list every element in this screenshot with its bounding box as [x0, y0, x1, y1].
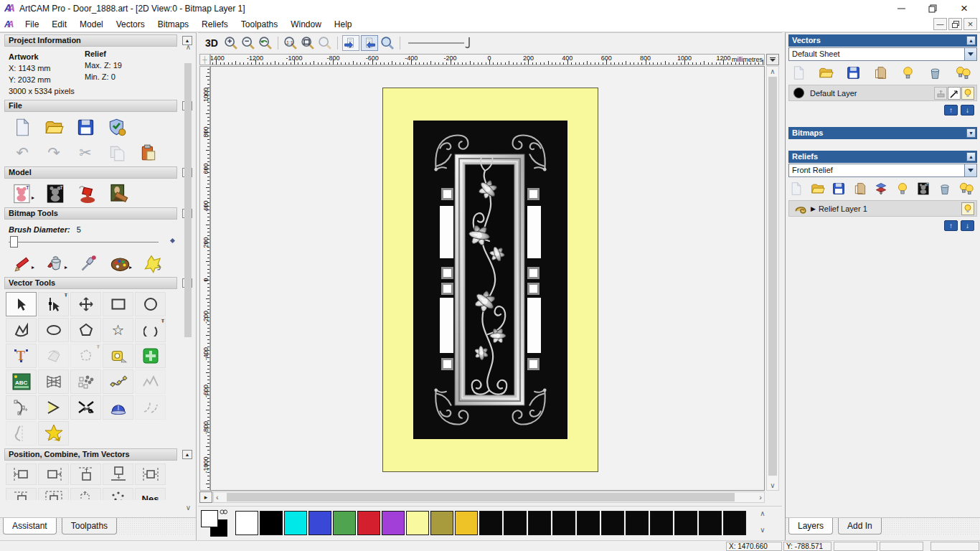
menu-item-vectors[interactable]: Vectors [110, 17, 151, 32]
menu-item-edit[interactable]: Edit [45, 17, 73, 32]
center-horizontal-tool[interactable] [135, 463, 166, 485]
expand-bitmaps-panel-button[interactable]: ▼ [966, 128, 976, 138]
menu-item-bitmaps[interactable]: Bitmaps [151, 17, 195, 32]
palette-swatch-20[interactable] [723, 511, 746, 535]
restore-button[interactable] [917, 0, 948, 17]
nesting-tool[interactable]: Nes [135, 488, 166, 500]
select-vectors-tool[interactable] [6, 292, 37, 316]
drawing-viewport[interactable] [210, 66, 765, 491]
tab-toolpaths[interactable]: Toolpaths [62, 518, 117, 534]
tab-add-in[interactable]: Add In [838, 518, 882, 534]
brush-diameter-slider[interactable] [9, 235, 187, 250]
ruler-units-dropdown[interactable] [766, 54, 779, 65]
delete-relief-layer-icon[interactable] [938, 182, 952, 196]
align-bottom-tool[interactable] [103, 463, 133, 485]
combine-relief-layers-icon[interactable] [874, 182, 888, 196]
fit-vectors-to-curves-tool[interactable] [135, 369, 166, 394]
palette-swatch-17[interactable] [650, 511, 673, 535]
dropdown-arrow-icon[interactable] [964, 164, 976, 176]
palette-swatch-8[interactable] [430, 511, 453, 535]
scroll-up-icon[interactable]: ∧ [182, 43, 194, 51]
align-right-tool[interactable] [38, 463, 69, 485]
primary-secondary-colour-selector[interactable] [201, 510, 230, 537]
zoom-to-object-icon[interactable] [299, 35, 316, 51]
layer-visibility-button[interactable] [961, 87, 974, 100]
relief-layer-row[interactable]: ▶ Relief Layer 1 [788, 200, 977, 217]
assistant-scrollbar[interactable]: ∧ ∨ [182, 43, 194, 512]
palette-swatch-18[interactable] [674, 511, 697, 535]
dropdown-arrow-icon[interactable] [964, 48, 976, 60]
palette-swatch-0[interactable] [235, 511, 258, 535]
create-text-tool[interactable]: T [6, 344, 37, 368]
new-model-icon[interactable] [10, 116, 34, 138]
layer-colour-swatch[interactable] [793, 88, 804, 98]
toggle-all-reliefs-icon[interactable] [958, 181, 974, 197]
palette-swatch-9[interactable] [455, 511, 478, 535]
zoom-previous-icon[interactable] [257, 35, 274, 51]
merge-vector-layers-icon[interactable] [873, 65, 888, 80]
paste-icon[interactable] [105, 142, 129, 164]
link-colours-icon[interactable] [220, 509, 228, 515]
relief-opacity-slider[interactable] [408, 36, 474, 50]
palette-swatch-1[interactable] [260, 511, 283, 535]
paste-along-curve-tool[interactable] [103, 369, 133, 394]
vector-layer-row[interactable]: Default Layer [788, 85, 977, 101]
create-polyline-tool[interactable] [6, 318, 37, 342]
palette-swatch-19[interactable] [699, 511, 722, 535]
toggle-all-layers-icon[interactable] [955, 65, 971, 81]
zoom-in-icon[interactable] [222, 35, 240, 51]
create-polygon-tool[interactable] [70, 318, 101, 342]
measure-tool[interactable] [103, 344, 133, 368]
model-properties-icon[interactable] [105, 116, 129, 138]
menu-item-model[interactable]: Model [73, 17, 110, 32]
zoom-1to1-icon[interactable]: 1:1 [282, 35, 299, 51]
vertical-scrollbar[interactable]: ∧ ∨ [766, 66, 779, 491]
align-left-tool[interactable] [6, 463, 37, 485]
node-editing-tool[interactable]: Ŧ [38, 292, 69, 316]
scroll-left-icon[interactable]: ‹ [216, 493, 219, 501]
texture-relief-icon[interactable] [106, 183, 131, 204]
scroll-right-icon[interactable]: › [759, 493, 762, 501]
undo-icon[interactable]: ↶ [10, 142, 34, 164]
create-circle-tool[interactable] [135, 292, 166, 316]
pan-mode-button[interactable]: ▸ [199, 491, 212, 503]
create-bisector-tool[interactable] [38, 395, 69, 420]
move-relief-up-button[interactable]: ↑ [944, 220, 958, 231]
open-vector-layer-icon[interactable] [819, 65, 834, 80]
redo-icon[interactable]: ↷ [42, 142, 66, 164]
palette-swatch-11[interactable] [504, 511, 527, 535]
open-model-icon[interactable] [42, 116, 66, 138]
palette-scroll-up-icon[interactable]: ∧ [756, 509, 769, 517]
palette-swatch-6[interactable] [382, 511, 405, 535]
greyscale-preview-icon[interactable] [916, 182, 930, 196]
pick-colour-icon[interactable] [76, 253, 100, 274]
profile-tool[interactable] [6, 421, 37, 446]
paste-in-position-tool[interactable] [70, 488, 101, 500]
mdi-minimize-button[interactable]: — [933, 18, 947, 30]
save-model-icon[interactable] [73, 116, 98, 138]
palette-swatch-12[interactable] [528, 511, 551, 535]
minimize-button[interactable] [885, 0, 917, 17]
create-ellipse-tool[interactable] [38, 318, 69, 342]
toggle-vector-visibility-button[interactable] [361, 35, 378, 51]
greyscale-from-model-icon[interactable] [10, 183, 34, 204]
save-vector-layer-icon[interactable] [846, 65, 861, 80]
primary-colour-swatch[interactable] [201, 510, 218, 527]
collapse-reliefs-panel-button[interactable]: ▲ [966, 152, 976, 161]
create-arc-tool[interactable]: Ŧ [135, 318, 166, 342]
collapse-vectors-panel-button[interactable]: ▲ [966, 36, 976, 45]
open-relief-layer-icon[interactable] [811, 182, 825, 196]
paste-special-icon[interactable] [136, 142, 161, 164]
menu-item-toolpaths[interactable]: Toolpaths [235, 17, 284, 32]
palette-swatch-15[interactable] [601, 511, 624, 535]
flood-fill-icon[interactable] [43, 253, 67, 274]
align-centre-in-page-tool[interactable] [38, 488, 69, 500]
view-3d-button[interactable]: 3D [204, 37, 222, 49]
relief-select[interactable]: Front Relief [788, 164, 977, 177]
paste-vectors-tool[interactable] [135, 344, 166, 368]
horizontal-scrollbar[interactable]: ▸ ‹ › [198, 491, 765, 504]
interactive-sculpting-tool[interactable] [103, 395, 133, 420]
zoom-to-drawing-icon[interactable] [316, 35, 334, 51]
toggle-bitmap-visibility-button[interactable] [342, 35, 359, 51]
delete-vector-layer-icon[interactable] [928, 65, 943, 80]
